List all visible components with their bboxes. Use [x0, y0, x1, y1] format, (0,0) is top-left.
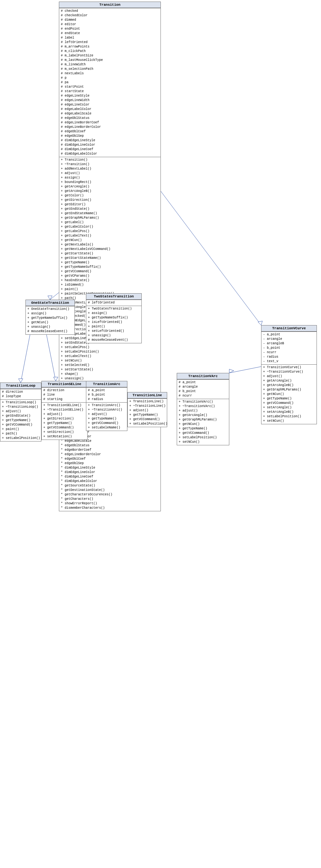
svg-marker-11 — [19, 379, 23, 382]
method-geteditor: + getEditor() — [61, 203, 159, 207]
tva-method-destructor: + ~TransitionVArc() — [179, 404, 227, 409]
method-assign: + assign() — [61, 176, 159, 180]
tva-methods: + TransitionVArc() + ~TransitionVArc() +… — [177, 399, 229, 445]
ta-fields: # a_point # b_point # radius — [86, 387, 127, 402]
tl-method-path: + path() — [2, 432, 39, 436]
field-endpoint: # endPoint — [61, 27, 159, 31]
field-edgedblsep: # edgeDblSep — [61, 134, 159, 138]
tva-method-getarcangle: + getArcAngle() — [179, 413, 227, 417]
method-getendstatename: + getEndStateName() — [61, 211, 159, 216]
tvc-method-getncun: + getNCun() — [263, 392, 315, 397]
method-isdimmed: + isDimmed() — [61, 283, 159, 287]
tst-method-unassign: + unassign() — [88, 334, 140, 338]
field-edgelinebordercoef: # edgeLineBorderCoef — [61, 121, 159, 125]
tvc-method-getvccommand: + getVCCommand() — [263, 401, 315, 405]
tline-method-destructor: + ~TransitionLine() — [129, 404, 165, 408]
field-nextlabels: # nextLabels — [61, 71, 159, 76]
tvc-method-setlabelposition: + setLabelPosition() — [263, 414, 315, 419]
tline-methods: + TransitionLine() + ~TransitionLine() +… — [128, 399, 167, 427]
tvc-method-adjust: + adjust() — [263, 374, 315, 379]
tl-method-getendstate: + getEndState() — [2, 414, 39, 418]
field-dimedgelinestyle: # dimEdgeLineStyle — [61, 138, 159, 143]
tva-method-getvccommand: + getVCCommand() — [179, 431, 227, 435]
field-p: # p — [61, 76, 159, 80]
tva-field-bpoint: # b_point — [179, 389, 227, 394]
field-edgedblcoef: # edgeDblCoef — [61, 129, 159, 134]
method-boundingrect: + boundingRect() — [61, 180, 159, 185]
method-getlabelpos: + getLabelPos() — [61, 229, 159, 234]
method-getarcangleb: + getArcAngleB() — [61, 189, 159, 193]
field-pa: # pa — [61, 80, 159, 85]
field-edgelabelcolor: # edgeLabelColor — [61, 107, 159, 112]
svg-marker-8 — [48, 296, 52, 300]
transitionline-box: TransitionLine + TransitionLine() + ~Tra… — [128, 392, 167, 427]
field-marrowpoints: # m_arrowPoints — [61, 44, 159, 49]
field-dimmed: # dimmed — [61, 18, 159, 22]
tline-method-getvccommand: + getVCCommand() — [129, 417, 165, 422]
onestatetransition-box: OneStateTransition + OneStateTransition(… — [26, 300, 75, 335]
tvc-fields: - a_point - arcangle - arcangleB - b_poi… — [261, 332, 317, 364]
ost-method-getncun: + getNCun() — [27, 320, 73, 325]
tvc-method-setncun: + setNCun() — [263, 419, 315, 423]
field-edgelinecolor: # edgeLineColor — [61, 103, 159, 107]
tst-method-assign: + assign() — [88, 311, 140, 316]
method-constructor: + Transition() — [61, 158, 159, 162]
transitionarc-title: TransitionArc — [86, 381, 127, 387]
prop-getsourcestate: * getSourceState() — [61, 484, 159, 488]
tl-methods: + TransitionLoop() + ~TransitionLoop() +… — [0, 399, 41, 441]
ost-method-assign: + assign() — [27, 311, 73, 316]
method-gettypenamesuffix: + getTypeNameSuffix() — [61, 265, 159, 269]
method-destructor: + ~Transition() — [61, 162, 159, 167]
ost-method-unassign: + unassign() — [27, 325, 73, 329]
tva-field-arcangle: # arcangle — [179, 385, 227, 389]
tst-method-constructor: + TwoStatesTransition() — [88, 307, 140, 311]
transitionseline-title: TransitionSELine — [42, 381, 87, 387]
field-checkedcolor: # checkedColor — [61, 13, 159, 18]
field-mlinewidth: # m_lineWidth — [61, 62, 159, 67]
tsel-field-starting: # starting — [43, 397, 86, 402]
method-adjust: + adjust() — [61, 171, 159, 176]
svg-line-7 — [229, 367, 261, 373]
tsel-method-adjust: + adjust() — [43, 412, 86, 416]
transition-fields: # checked # checkedColor # dimmed # edit… — [59, 8, 160, 157]
transitionvcurve-box: TransitionVCurve - a_point - arcangle - … — [261, 325, 317, 424]
ta-field-bpoint: # b_point — [88, 393, 126, 397]
field-dimedgelinecoef: # dimEdgeLineCoef — [61, 147, 159, 152]
tsel-methods: + TransitionSELine() + ~TransitionSELine… — [42, 402, 87, 440]
field-mlastmouseclicktype: # m_lastMouseClickType — [61, 58, 159, 62]
tvc-method-gettypename: + getTypeName() — [263, 397, 315, 401]
ta-methods: + TransitionArc() + ~TransitionArc() + a… — [86, 402, 127, 431]
method-setlabelpos: + setLabelPos() — [61, 345, 159, 350]
prop-edgelinebordercolor: * edgeLineBorderColor — [61, 452, 159, 457]
tvc-method-destructor: + ~TransitionVCurve() — [263, 370, 315, 374]
onestatetransition-methods: + OneStateTransition() + assign() + getT… — [26, 306, 74, 334]
method-getendstate: + getEndState() — [61, 207, 159, 211]
tva-method-setncun: + setNCun() — [179, 440, 227, 444]
tvc-field-arcangleb: - arcangleB — [263, 341, 315, 346]
tline-method-constructor: + TransitionLine() — [129, 399, 165, 404]
tl-method-getvccommand: + getVCCommand() — [2, 423, 39, 427]
tva-method-constructor: + TransitionVArc() — [179, 400, 227, 404]
prop-edgedblsep: * edgeDblSep — [61, 461, 159, 466]
tst-fields: # leftOriented — [86, 300, 141, 306]
method-getlabeltext: + getLabelText() — [61, 234, 159, 238]
tsel-field-direction: # direction — [43, 388, 86, 393]
prop-getcharacters: * getCharacters() — [61, 497, 159, 501]
tst-method-setleftoriented: + setLeftOriented() — [88, 329, 140, 334]
method-getdirection: + getDirection() — [61, 198, 159, 203]
tst-method-isleftoriented: + isLeftOriented() — [88, 320, 140, 324]
ost-method-mousereleaseevent: # mouseReleaseEvent() — [27, 329, 73, 334]
prop-showerrorreport: * showErrorReport() — [61, 501, 159, 506]
method-setstartstate: + setStartState() — [61, 368, 159, 372]
method-getvcparams: + getVCParams() — [61, 274, 159, 278]
method-hasendstate: + hasEndState() — [61, 278, 159, 283]
method-getcolor: + getColor() — [61, 193, 159, 198]
tsel-method-gettypename: + getTypeName() — [43, 421, 86, 426]
tsel-field-line: # line — [43, 393, 86, 397]
tva-field-apoint: # a_point — [179, 380, 227, 385]
tsel-method-setdirection: + setDirection() — [43, 430, 86, 434]
tvc-field-ncurr: - ncurr — [263, 350, 315, 355]
tl-method-destructor: + ~TransitionLoop() — [2, 405, 39, 409]
svg-marker-15 — [229, 369, 234, 373]
method-getgraphmlparams: + getGraphMLParams() — [61, 216, 159, 220]
